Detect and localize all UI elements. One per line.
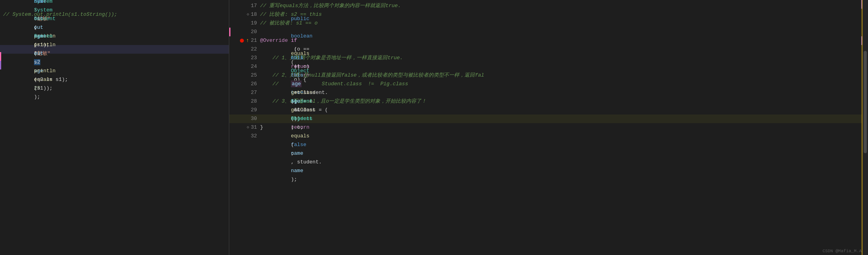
right-line-32: 32	[229, 132, 868, 141]
right-code-area: 17 // 重写equals方法，比较两个对象的内容一样就返回true. ◇ 1…	[229, 0, 868, 142]
left-line-7: System . out . println (s2 == s1);	[0, 54, 229, 62]
left-pink-marker-1	[0, 52, 1, 61]
diamond-icon-31: ◇	[247, 123, 249, 132]
left-pane: Student s1 = new Student ( name : "赵敏" ,…	[0, 0, 229, 255]
right-line-30: 30 return age == student. age && Objects…	[229, 114, 868, 123]
arrow-icon-21: ↑	[246, 36, 249, 45]
watermark: CSDN @Mafia_M.A	[823, 249, 862, 253]
left-purple-marker-1	[0, 61, 1, 69]
diamond-icon-18: ◇	[247, 10, 249, 19]
right-line-21: ↑ 21 @Override	[229, 36, 868, 45]
right-line-31: ◇ 31 }	[229, 123, 868, 132]
breakpoint-dot-21	[240, 39, 244, 43]
scrollbar[interactable]	[862, 0, 868, 255]
left-code-area: Student s1 = new Student ( name : "赵敏" ,…	[0, 0, 229, 64]
scrollbar-thumb[interactable]	[864, 51, 867, 153]
editor-container: Student s1 = new Student ( name : "赵敏" ,…	[0, 0, 868, 255]
age-token: age	[291, 81, 302, 87]
right-pink-marker-20	[229, 28, 230, 36]
right-line-20: 20	[229, 28, 868, 36]
right-pane: 17 // 重写equals方法，比较两个对象的内容一样就返回true. ◇ 1…	[229, 0, 868, 255]
